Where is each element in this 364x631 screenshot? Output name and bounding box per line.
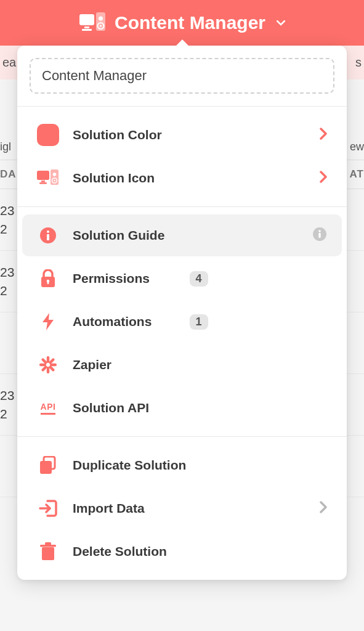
menu-label: Zapier [73,357,327,372]
svg-rect-27 [47,367,49,373]
header-bar[interactable]: Content Manager [0,0,364,46]
menu-label: Solution Guide [73,228,299,243]
count-badge: 4 [190,271,208,287]
svg-point-11 [53,173,57,176]
info-icon [312,227,327,244]
menu-label: Duplicate Solution [73,458,327,473]
count-badge: 1 [190,314,208,330]
svg-point-15 [47,230,49,233]
svg-rect-0 [79,14,94,25]
trash-icon [37,540,59,563]
menu-item-solution-guide[interactable]: Solution Guide [22,214,342,256]
svg-rect-7 [37,171,49,180]
bg-cell-3b: 2 [0,405,14,423]
svg-rect-8 [41,181,45,182]
menu-label: Permissions [73,271,179,286]
svg-rect-19 [318,233,320,238]
asterisk-icon [37,354,59,376]
bolt-icon [37,311,59,333]
chevron-right-icon [320,501,327,516]
menu-item-delete[interactable]: Delete Solution [22,531,342,572]
devices-icon [79,12,106,33]
import-icon [37,497,59,519]
dropdown-menu: Solution Color Solution Icon Solution Gu… [17,46,347,580]
devices-icon [37,167,59,189]
menu-label: Automations [73,314,179,329]
info-filled-icon [37,224,59,246]
bg-cell-3a: 23 [0,386,14,404]
menu-label: Delete Solution [73,544,327,559]
bg-th-right: AT [350,168,364,181]
svg-rect-16 [47,234,49,240]
svg-point-18 [318,230,321,232]
menu-item-automations[interactable]: Automations1 [22,301,342,343]
menu-label: Solution Icon [73,171,306,185]
svg-point-13 [54,180,55,181]
bg-cell-1b: 2 [0,220,14,238]
menu-item-solution-icon[interactable]: Solution Icon [22,157,342,199]
header-title: Content Manager [115,12,265,33]
duplicate-icon [37,454,59,476]
svg-rect-22 [47,281,49,284]
bg-cell-1a: 23 [0,202,14,219]
menu-label: Solution Color [73,128,306,142]
lock-icon [37,267,59,290]
menu-item-zapier[interactable]: Zapier [22,344,342,386]
svg-point-4 [99,17,103,21]
svg-rect-1 [84,26,89,28]
svg-rect-29 [39,364,46,366]
svg-rect-35 [45,542,51,545]
bg-cell-2a: 23 [0,263,14,281]
menu-item-solution-api[interactable]: APISolution API [22,387,342,429]
svg-rect-9 [39,182,47,184]
menu-item-permissions[interactable]: Permissions4 [22,258,342,299]
caret-down-icon [277,18,285,28]
bg-label-left: igl [0,140,11,153]
bg-cell-2b: 2 [0,282,14,299]
bg-th-left: DA [0,168,17,181]
svg-rect-32 [40,461,52,474]
svg-rect-33 [42,547,54,560]
menu-item-solution-color[interactable]: Solution Color [22,114,342,156]
bg-tab-right: s [355,55,362,70]
color-swatch-icon [37,124,59,146]
solution-name-input[interactable] [30,58,334,94]
api-icon: API [37,397,59,419]
menu-label: Solution API [73,401,327,415]
menu-item-import[interactable]: Import Data [22,487,342,529]
bg-label-right: ew [350,140,364,153]
svg-rect-2 [82,29,92,31]
svg-point-6 [100,25,102,27]
svg-rect-25 [50,364,57,366]
chevron-right-icon [320,128,327,142]
svg-rect-3 [96,12,105,31]
svg-rect-23 [47,356,49,363]
menu-label: Import Data [73,501,306,516]
bg-tab-left: ea [2,55,16,70]
menu-item-duplicate[interactable]: Duplicate Solution [22,444,342,486]
chevron-right-icon [320,171,327,185]
